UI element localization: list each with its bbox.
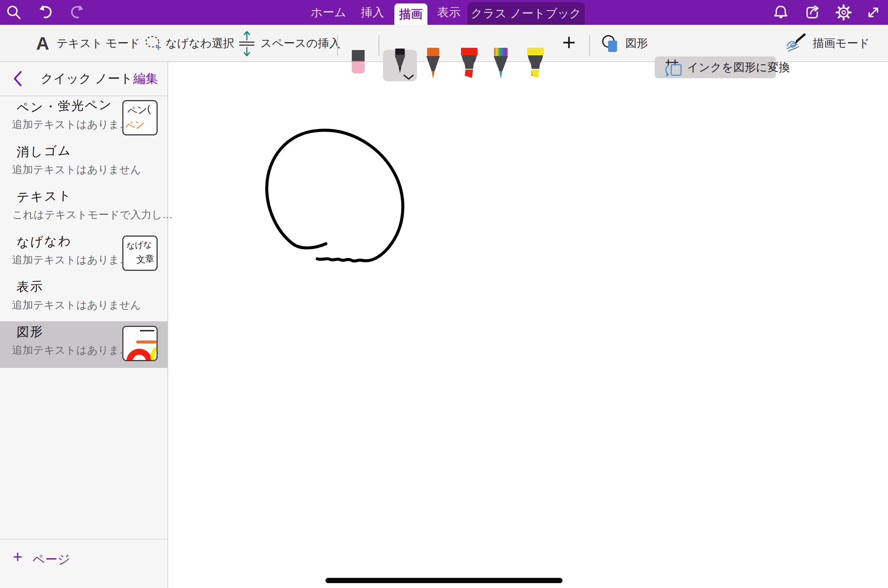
page-item-subtitle: これはテキストモードで入力し… bbox=[12, 208, 173, 222]
note-page-canvas[interactable] bbox=[168, 61, 888, 588]
fullscreen-expand-icon[interactable] bbox=[865, 4, 882, 21]
insert-space-label: スペースの挿入 bbox=[260, 25, 341, 61]
page-item-view[interactable]: 表示 追加テキストはありません bbox=[0, 276, 167, 321]
chevron-down-icon bbox=[403, 74, 415, 81]
edit-button[interactable]: 編集 bbox=[133, 61, 158, 96]
yellow-highlighter-tool[interactable] bbox=[526, 48, 545, 82]
page-thumbnail: ペン( ペン bbox=[122, 100, 158, 135]
settings-gear-icon[interactable] bbox=[835, 4, 852, 21]
toolbar-divider bbox=[589, 35, 590, 56]
back-chevron-icon[interactable] bbox=[13, 70, 23, 88]
page-item-title: テキスト bbox=[16, 187, 72, 206]
thumbnail-ink-text: ペン bbox=[124, 117, 146, 133]
notebook-section-title: クイック ノート bbox=[41, 61, 123, 96]
sidebar-footer-divider bbox=[0, 539, 167, 539]
shapes-button[interactable]: 図形 bbox=[601, 25, 649, 61]
page-item-pen-highlighter[interactable]: ペン・蛍光ペン 追加テキストはありま… ペン( ペン bbox=[0, 96, 167, 141]
tab-insert[interactable]: 挿入 bbox=[359, 0, 386, 25]
black-pen-tool-selected[interactable] bbox=[383, 50, 417, 81]
page-thumbnail bbox=[122, 326, 158, 361]
page-item-subtitle: 追加テキストはありま… bbox=[12, 343, 130, 357]
eraser-tool[interactable] bbox=[350, 50, 366, 76]
thumbnail-ink-text: ペン( bbox=[126, 102, 151, 118]
add-page-button[interactable]: + ページ bbox=[0, 547, 167, 570]
page-item-title: 表示 bbox=[16, 278, 44, 296]
page-item-title: なげなわ bbox=[16, 232, 72, 251]
home-indicator-bar[interactable] bbox=[325, 578, 563, 583]
add-page-label: ページ bbox=[32, 551, 70, 568]
shapes-label: 図形 bbox=[625, 25, 648, 61]
draw-ribbon-toolbar: A テキスト モード なげなわ選択 スペースの挿入 bbox=[0, 25, 888, 62]
text-mode-button[interactable]: A テキスト モード bbox=[34, 25, 124, 61]
tab-view[interactable]: 表示 bbox=[436, 0, 462, 25]
page-thumbnail: なげな 文章 bbox=[122, 236, 158, 271]
text-mode-a-icon: A bbox=[36, 33, 49, 54]
page-item-title: 消しゴム bbox=[16, 142, 72, 161]
page-item-title: ペン・蛍光ペン bbox=[16, 96, 113, 117]
toolbar-divider bbox=[379, 35, 379, 56]
share-icon[interactable] bbox=[804, 4, 821, 21]
page-item-subtitle: 追加テキストはありません bbox=[12, 163, 141, 177]
ink-to-shape-icon bbox=[663, 58, 684, 79]
page-item-title: 図形 bbox=[16, 323, 44, 341]
ink-to-shape-toggle[interactable]: インクを図形に変換 bbox=[655, 56, 776, 78]
lasso-label: なげなわ選択 bbox=[166, 25, 234, 61]
top-app-bar: ホーム 挿入 描画 表示 クラス ノートブック bbox=[0, 0, 888, 25]
thumbnail-ink-text: 文章 bbox=[136, 252, 155, 266]
text-mode-label: テキスト モード bbox=[56, 25, 140, 61]
page-item-subtitle: 追加テキストはありません bbox=[12, 298, 141, 312]
page-item-text[interactable]: テキスト これはテキストモードで入力し… bbox=[0, 186, 167, 231]
search-icon[interactable] bbox=[5, 4, 23, 21]
rainbow-pen-tool[interactable] bbox=[492, 48, 509, 82]
sidebar-header: クイック ノート 編集 bbox=[0, 61, 167, 96]
draw-mode-button[interactable]: 描画モード bbox=[786, 25, 872, 61]
tab-class-notebook[interactable]: クラス ノートブック bbox=[467, 2, 585, 25]
shapes-icon bbox=[601, 33, 622, 56]
tab-home[interactable]: ホーム bbox=[310, 0, 347, 25]
thumbnail-shapes-drawing bbox=[123, 327, 157, 360]
plus-icon: + bbox=[13, 547, 23, 566]
draw-mode-hand-pen-icon bbox=[786, 32, 808, 56]
toolbar-divider bbox=[337, 35, 338, 56]
undo-icon[interactable] bbox=[37, 4, 54, 21]
red-highlighter-tool[interactable] bbox=[460, 48, 479, 82]
draw-mode-label: 描画モード bbox=[813, 25, 870, 61]
lasso-icon bbox=[144, 35, 163, 53]
page-item-lasso[interactable]: なげなわ 追加テキストはありま… なげな 文章 bbox=[0, 231, 167, 276]
tab-draw[interactable]: 描画 bbox=[394, 3, 427, 25]
orange-pen-tool[interactable] bbox=[424, 48, 442, 82]
insert-space-button[interactable]: スペースの挿入 bbox=[238, 25, 328, 61]
page-list-sidebar: クイック ノート 編集 ペン・蛍光ペン 追加テキストはありま… ペン( ペン 消… bbox=[0, 61, 168, 588]
page-item-subtitle: 追加テキストはありま… bbox=[12, 253, 130, 267]
add-pen-button[interactable]: + bbox=[558, 25, 580, 61]
page-item-eraser[interactable]: 消しゴム 追加テキストはありません bbox=[0, 141, 167, 186]
insert-space-icon bbox=[238, 30, 256, 58]
thumbnail-ink-text: なげな bbox=[126, 239, 152, 252]
page-item-shapes[interactable]: 図形 追加テキストはありま… bbox=[0, 321, 167, 368]
ink-to-shape-label: インクを図形に変換 bbox=[687, 56, 790, 78]
notifications-bell-icon[interactable] bbox=[772, 4, 789, 21]
page-item-subtitle: 追加テキストはありま… bbox=[12, 117, 130, 132]
redo-icon[interactable] bbox=[68, 4, 86, 21]
lasso-select-button[interactable]: なげなわ選択 bbox=[144, 25, 223, 61]
